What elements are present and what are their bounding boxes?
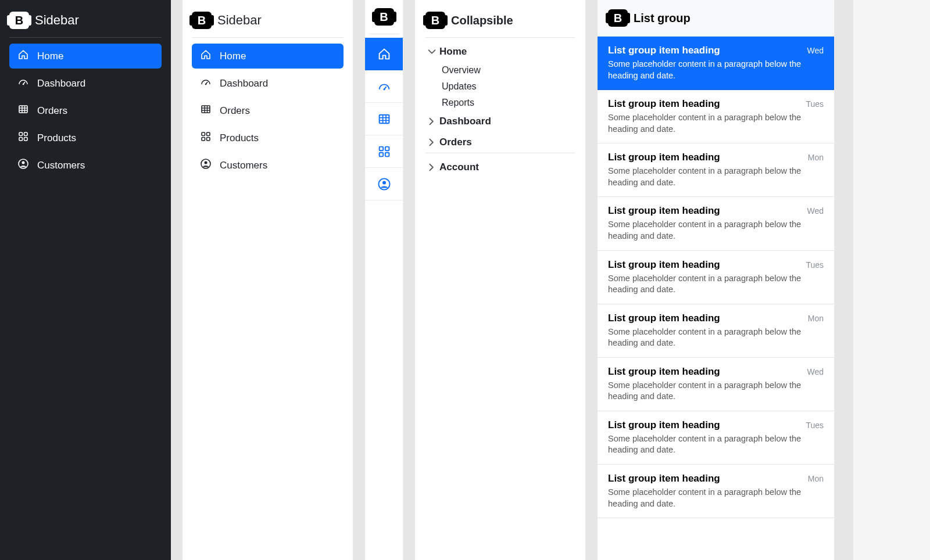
nav-label: Customers	[37, 160, 85, 171]
nav-item-customers[interactable]: Customers	[192, 153, 344, 178]
gap	[403, 0, 415, 560]
brand-title: Collapsible	[451, 14, 513, 27]
sidebar-listgroup: B List group List group item headingWedS…	[598, 0, 835, 560]
brand[interactable]: B	[374, 8, 394, 26]
brand[interactable]: B Sidebar	[9, 9, 162, 37]
list-item-body: Some placeholder content in a paragraph …	[608, 166, 824, 188]
nav-item-home[interactable]: Home	[192, 44, 344, 69]
gap	[353, 0, 365, 560]
sidebar-icons: B	[365, 0, 403, 560]
sidebar-collapsible: B Collapsible HomeOverviewUpdatesReports…	[415, 0, 586, 560]
nav-label: Home	[37, 51, 63, 62]
submenu-item-updates[interactable]: Updates	[441, 78, 575, 95]
list-item[interactable]: List group item headingTuesSome placehol…	[598, 251, 834, 304]
brand-title: Sidebar	[217, 13, 262, 28]
gap	[586, 0, 598, 560]
nav-label: Customers	[220, 160, 267, 171]
speedometer-icon	[377, 80, 391, 94]
home-icon	[377, 47, 391, 61]
divider	[9, 37, 162, 38]
nav-item-dashboard[interactable]: Dashboard	[192, 71, 344, 96]
list-item[interactable]: List group item headingTuesSome placehol…	[598, 90, 834, 143]
list-item-date: Mon	[808, 474, 824, 483]
list-item-heading: List group item heading	[608, 473, 720, 484]
nav-item-customers[interactable]: Customers	[9, 153, 162, 178]
speedometer-icon	[17, 76, 29, 91]
list-item-date: Wed	[807, 46, 824, 55]
table-icon	[200, 103, 212, 118]
list-item[interactable]: List group item headingWedSome placehold…	[598, 37, 834, 90]
collapse-toggle-dashboard[interactable]: Dashboard	[425, 111, 575, 132]
sections-extra: Account	[425, 157, 575, 178]
list-item[interactable]: List group item headingWedSome placehold…	[598, 197, 834, 250]
list-item-date: Mon	[808, 314, 824, 323]
nav: HomeDashboardOrdersProductsCustomers	[192, 44, 344, 178]
person-icon	[17, 158, 29, 173]
nav-icon-home[interactable]	[365, 38, 403, 70]
brand[interactable]: B List group	[598, 0, 834, 37]
list-item-date: Tues	[806, 260, 824, 270]
nav-icon-person[interactable]	[365, 168, 403, 200]
nav-label: Products	[220, 132, 259, 144]
list-item-date: Tues	[806, 421, 824, 430]
nav-label: Home	[220, 51, 246, 62]
nav-icon-table[interactable]	[365, 103, 403, 135]
bootstrap-logo-icon: B	[425, 12, 445, 29]
list-item-heading: List group item heading	[608, 98, 720, 110]
bootstrap-logo-icon: B	[192, 12, 212, 29]
speedometer-icon	[200, 76, 212, 91]
divider	[192, 37, 344, 38]
collapse-submenu: OverviewUpdatesReports	[425, 62, 575, 111]
table-icon	[377, 112, 391, 126]
list-item[interactable]: List group item headingMonSome placehold…	[598, 143, 834, 197]
nav-item-orders[interactable]: Orders	[9, 98, 162, 123]
brand[interactable]: B Collapsible	[425, 9, 575, 37]
sidebar-light: B Sidebar HomeDashboardOrdersProductsCus…	[183, 0, 353, 560]
chevron-right-icon	[427, 137, 435, 148]
list-item-body: Some placeholder content in a paragraph …	[608, 59, 824, 81]
gap	[835, 0, 853, 560]
nav-item-dashboard[interactable]: Dashboard	[9, 71, 162, 96]
nav-icon-grid[interactable]	[365, 135, 403, 168]
nav-item-orders[interactable]: Orders	[192, 98, 344, 123]
brand[interactable]: B Sidebar	[192, 9, 344, 37]
collapse-toggle-account[interactable]: Account	[425, 157, 575, 178]
chevron-right-icon	[427, 116, 435, 127]
bootstrap-logo-icon: B	[608, 9, 628, 27]
grid-icon	[200, 131, 212, 145]
list-item[interactable]: List group item headingTuesSome placehol…	[598, 411, 834, 465]
nav-item-home[interactable]: Home	[9, 44, 162, 69]
list-item-heading: List group item heading	[608, 45, 720, 56]
nav-label: Dashboard	[37, 78, 85, 89]
nav-item-products[interactable]: Products	[192, 125, 344, 150]
list-item-body: Some placeholder content in a paragraph …	[608, 433, 824, 456]
list-item-body: Some placeholder content in a paragraph …	[608, 380, 824, 403]
list-item-date: Mon	[808, 153, 824, 162]
collapse-label: Orders	[439, 137, 472, 148]
divider	[425, 153, 575, 153]
nav-label: Products	[37, 132, 76, 144]
collapse-label: Dashboard	[439, 116, 491, 127]
sections: HomeOverviewUpdatesReportsDashboardOrder…	[425, 41, 575, 153]
nav-item-products[interactable]: Products	[9, 125, 162, 150]
list-item-body: Some placeholder content in a paragraph …	[608, 273, 824, 296]
submenu-item-reports[interactable]: Reports	[441, 95, 575, 111]
list: List group item headingWedSome placehold…	[598, 37, 834, 518]
list-item-heading: List group item heading	[608, 366, 720, 378]
list-item[interactable]: List group item headingMonSome placehold…	[598, 465, 834, 518]
list-item-heading: List group item heading	[608, 152, 720, 163]
nav-icon-speedometer[interactable]	[365, 70, 403, 103]
list-item-body: Some placeholder content in a paragraph …	[608, 487, 824, 509]
collapse-toggle-home[interactable]: Home	[425, 41, 575, 62]
collapse-toggle-orders[interactable]: Orders	[425, 132, 575, 153]
list-item-body: Some placeholder content in a paragraph …	[608, 219, 824, 242]
list-item-date: Tues	[806, 99, 824, 109]
list-item[interactable]: List group item headingMonSome placehold…	[598, 304, 834, 358]
grid-icon	[17, 131, 29, 145]
person-icon	[200, 158, 212, 173]
list-item-heading: List group item heading	[608, 205, 720, 217]
submenu-item-overview[interactable]: Overview	[441, 62, 575, 78]
nav-label: Dashboard	[220, 78, 268, 89]
grid-icon	[377, 145, 391, 159]
list-item[interactable]: List group item headingWedSome placehold…	[598, 358, 834, 411]
